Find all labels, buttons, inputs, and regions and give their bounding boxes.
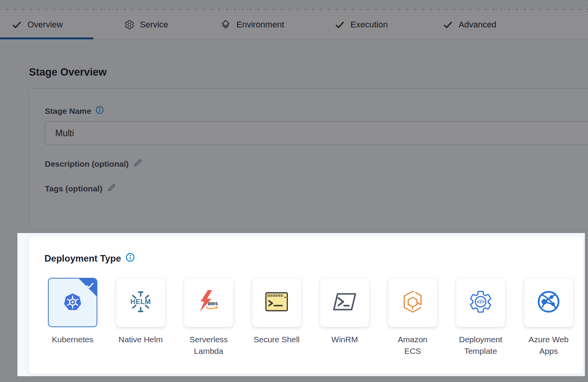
tile-label[interactable]: Deployment Template [459, 334, 502, 357]
tile-label[interactable]: Amazon ECS [398, 334, 427, 357]
deployment-option-deployment-template: </> Deployment Template [447, 278, 515, 357]
tile-label[interactable]: Azure Web Apps [529, 334, 569, 357]
deployment-type-title-row: Deployment Type [44, 253, 135, 264]
tile-label[interactable]: WinRM [331, 334, 358, 345]
tile-label[interactable]: Kubernetes [52, 334, 93, 345]
winrm-tile[interactable] [320, 278, 369, 327]
powershell-icon [333, 292, 357, 313]
serverless-lambda-tile[interactable]: aws [184, 278, 233, 327]
tile-label[interactable]: Secure Shell [253, 334, 299, 345]
deployment-option-kubernetes: Kubernetes [39, 278, 107, 357]
deployment-option-azure-web-apps: Azure Web Apps [515, 278, 583, 357]
kubernetes-tile[interactable] [48, 278, 97, 327]
deployment-type-title: Deployment Type [44, 253, 121, 264]
deployment-option-amazon-ecs: Amazon ECS [379, 278, 447, 357]
selected-check-icon [86, 281, 94, 291]
deployment-type-options: Kubernetes [39, 278, 583, 357]
amazon-ecs-icon [401, 290, 425, 315]
deployment-option-native-helm: HELM Native Helm [107, 278, 175, 357]
deployment-option-winrm: WinRM [311, 278, 379, 357]
helm-icon: HELM [127, 289, 154, 316]
info-icon[interactable] [126, 253, 135, 264]
native-helm-tile[interactable]: HELM [116, 278, 165, 327]
svg-text:</>: </> [477, 299, 485, 305]
deployment-option-serverless-lambda: aws Serverless Lambda [175, 278, 243, 357]
deployment-template-tile[interactable]: </> [456, 278, 505, 327]
gear-code-icon: </> [468, 289, 493, 316]
azure-web-apps-tile[interactable] [524, 278, 573, 327]
azure-globe-icon [537, 290, 561, 315]
terminal-icon [265, 291, 289, 314]
secure-shell-tile[interactable] [252, 278, 301, 327]
deployment-type-panel: Deployment Type [17, 233, 585, 376]
tile-label[interactable]: Serverless Lambda [189, 334, 228, 357]
stage-configuration-screen: Overview Service Environment Execution A… [0, 0, 588, 382]
deployment-option-secure-shell: Secure Shell [243, 278, 311, 357]
tile-label[interactable]: Native Helm [119, 334, 163, 345]
aws-lambda-icon: aws [196, 289, 221, 316]
svg-text:aws: aws [208, 300, 218, 306]
svg-text:HELM: HELM [130, 298, 151, 306]
amazon-ecs-tile[interactable] [388, 278, 437, 327]
deployment-type-card: Deployment Type [29, 237, 583, 374]
